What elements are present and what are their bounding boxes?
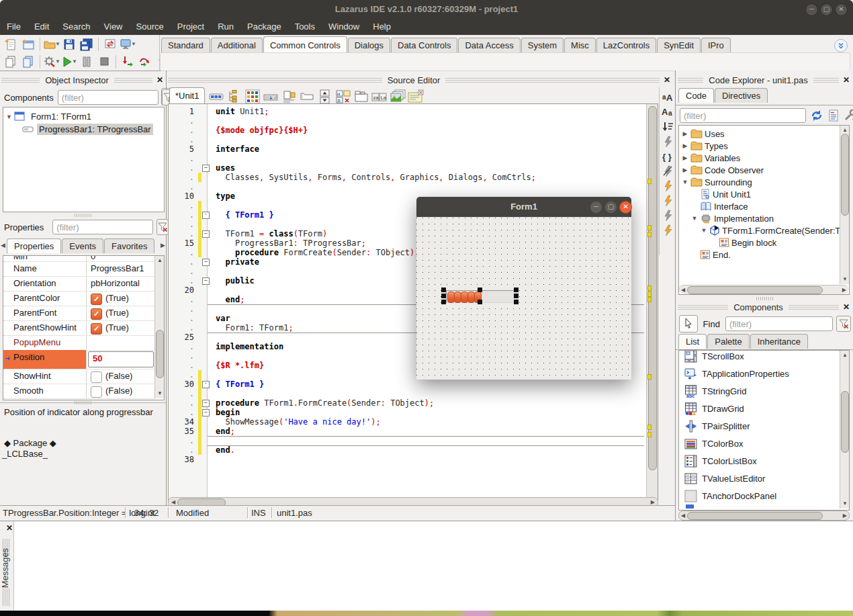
source-editor-close-icon[interactable]: ✕ [662, 75, 672, 85]
flash-button[interactable] [660, 208, 675, 222]
palette-tab-ipro[interactable]: IPro [701, 38, 731, 53]
code-line[interactable]: .–uses [169, 163, 235, 173]
messages-grip-bottom[interactable] [3, 588, 10, 606]
toggle-form-unit-button[interactable] [102, 36, 118, 52]
component-item-tanchordockpanel[interactable]: TAnchorDockPanel [684, 487, 776, 504]
component-item-tscrollbox[interactable]: TScrollBox [684, 350, 744, 365]
build-button[interactable]: ▼ [44, 54, 60, 69]
code-line[interactable]: . [169, 220, 216, 229]
code-line[interactable]: 25 [169, 333, 216, 342]
selection-handle[interactable] [478, 288, 482, 292]
code-line[interactable]: .· { TForm1 } [169, 210, 274, 220]
selection-handle[interactable] [514, 288, 519, 292]
code-line[interactable]: . end; [169, 295, 244, 304]
code-line[interactable]: . Classes, SysUtils, Forms, Controls, Gr… [169, 173, 536, 182]
property-row-popupmenu[interactable]: PopupMenu [3, 335, 155, 351]
menu-file[interactable]: File [0, 19, 28, 35]
palette-tab-lazcontrols[interactable]: LazControls [596, 38, 656, 53]
explorer-item-surrounding[interactable]: ▼Surrounding [682, 176, 752, 188]
explorer-item-variables[interactable]: ▶Variables [682, 152, 740, 164]
sort-button[interactable] [660, 120, 675, 134]
position-value-input[interactable]: 50 [88, 351, 154, 367]
menu-help[interactable]: Help [366, 19, 398, 35]
menu-run[interactable]: Run [211, 19, 240, 35]
code-line[interactable]: .– TForm1 = class(TForm) [169, 229, 327, 238]
component-item-tcolorlistbox[interactable]: TColorListBox [684, 452, 757, 470]
code-line[interactable]: . Form1: TForm1; [169, 323, 294, 333]
flash-button[interactable] [660, 134, 675, 148]
menu-package[interactable]: Package [240, 19, 288, 35]
case-aA-button[interactable]: aA [660, 90, 675, 104]
code-line[interactable]: . [169, 370, 216, 380]
form-titlebar[interactable]: Form1 ─ ▢ ✕ [416, 197, 631, 217]
selection-handle[interactable] [441, 288, 446, 292]
form-close-button[interactable]: ✕ [619, 201, 632, 214]
explorer-item-end-[interactable]: End. [691, 249, 731, 261]
form-canvas[interactable] [416, 217, 631, 380]
code-line[interactable]: .–begin [169, 408, 240, 417]
code-line[interactable]: . [169, 267, 216, 276]
ce-vscrollbar[interactable]: ▲ ▼ [840, 126, 849, 284]
right-splitter[interactable] [756, 297, 774, 300]
setup-icon[interactable] [844, 109, 853, 122]
code-line[interactable]: 20 [169, 285, 216, 295]
unit-list-icon[interactable] [827, 109, 840, 122]
component-item-tstringgrid[interactable]: abcTStringGrid [684, 382, 746, 400]
code-line[interactable]: .var [169, 314, 230, 323]
explorer-item-begin-block[interactable]: Begin block [710, 236, 776, 249]
flash-off-button[interactable] [660, 164, 675, 178]
property-row-smooth[interactable]: Smooth(False) [3, 384, 155, 399]
oi-tree-item[interactable]: ProgressBar1: TProgressBar [3, 123, 163, 136]
code-explorer-tab-directives[interactable]: Directives [715, 88, 768, 103]
messages-close-icon[interactable]: ✕ [5, 523, 14, 533]
oi-grip[interactable] [1, 78, 40, 83]
explorer-item-interface[interactable]: Interface [691, 200, 748, 212]
component-item-tpairsplitter[interactable]: TPairSplitter [684, 417, 750, 435]
palette-tab-data-access[interactable]: Data Access [458, 38, 520, 53]
step-into-button[interactable] [120, 54, 136, 69]
code-explorer-tab-code[interactable]: Code [678, 88, 714, 103]
menu-project[interactable]: Project [171, 19, 211, 35]
code-line[interactable]: .–procedure TForm1.FormCreate(Sender: TO… [169, 398, 434, 408]
checkbox-smooth-unchecked[interactable] [91, 386, 102, 398]
code-explorer-filter-input[interactable] [680, 108, 806, 123]
explorer-item-types[interactable]: ▶Types [682, 140, 728, 152]
save-all-button[interactable] [79, 36, 95, 52]
menu-window[interactable]: Window [322, 19, 366, 35]
component-item-tcolorbox[interactable]: TColorBox [684, 435, 743, 452]
menu-source[interactable]: Source [130, 19, 171, 35]
component-item-tapplicationproperties[interactable]: TApplicationProperties [684, 365, 789, 382]
menu-view[interactable]: View [97, 19, 130, 35]
component-item-tvaluelisteditor[interactable]: TValueListEditor [684, 470, 765, 487]
pages-button[interactable] [3, 54, 19, 69]
editor-vscrollbar[interactable] [646, 104, 658, 498]
properties-filter-input[interactable] [52, 220, 153, 234]
oi-grid-scrollbar[interactable]: ▲ ▼ [154, 256, 164, 398]
code-line[interactable]: .implementation [169, 342, 283, 351]
code-line[interactable]: 38 [169, 455, 216, 464]
menu-search[interactable]: Search [56, 19, 97, 35]
checkbox-parentfont-checked[interactable]: ✓ [91, 308, 102, 320]
code-line[interactable]: . procedure FormCreate(Sender: TObject); [169, 248, 420, 257]
pages-blue-button[interactable] [20, 54, 36, 69]
selection-handle[interactable] [441, 294, 446, 298]
refresh-icon[interactable] [810, 109, 823, 122]
code-line[interactable]: .– private [169, 257, 259, 267]
ce-hscrollbar[interactable]: ◀ ▶ [679, 285, 848, 294]
code-line[interactable]: .{$R *.lfm} [169, 361, 264, 370]
property-row-parentshowhint[interactable]: ParentShowHint✓(True) [3, 320, 155, 336]
property-row-orientation[interactable]: OrientationpbHorizontal [3, 276, 155, 292]
palette-tab-system[interactable]: System [521, 38, 564, 53]
oi-tree-item[interactable]: ▼Form1: TForm1 [3, 110, 163, 123]
view-units-button[interactable]: ▼ [120, 36, 136, 52]
run-button[interactable]: ▼ [61, 54, 77, 69]
code-line[interactable]: 10type [169, 191, 235, 201]
code-line[interactable]: . [169, 304, 216, 314]
palette-tab-synedit[interactable]: SynEdit [657, 38, 701, 53]
components-vscrollbar[interactable]: ▲ ▼ [840, 351, 849, 509]
property-row-name[interactable]: NameProgressBar1 [3, 261, 155, 277]
open-button[interactable]: ▼ [44, 36, 60, 52]
code-line[interactable]: 30·{ TForm1 } [169, 380, 264, 389]
code-line[interactable]: . [169, 389, 216, 398]
code-line[interactable]: . [169, 436, 216, 445]
